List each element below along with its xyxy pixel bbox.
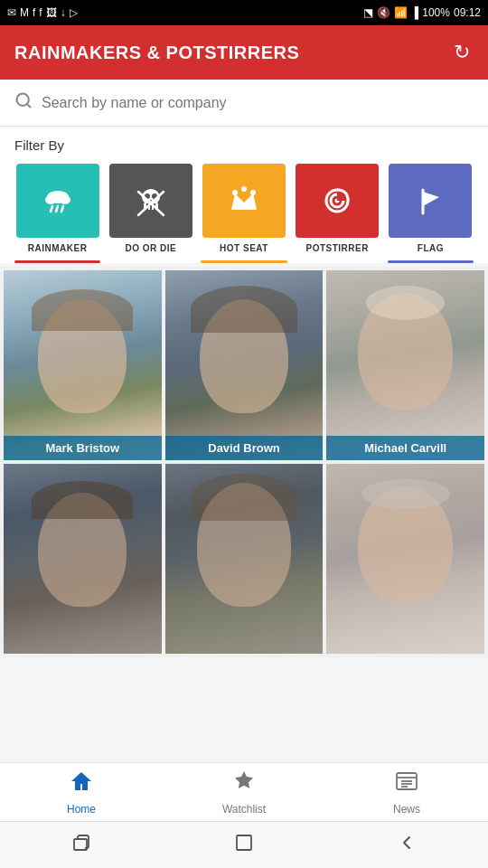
- app-title: RAINMAKERS & POTSTIRRERS: [14, 42, 299, 63]
- hot-seat-underline: [201, 260, 286, 263]
- app-header: RAINMAKERS & POTSTIRRERS ↻: [0, 25, 488, 80]
- person-card-p4[interactable]: [4, 464, 162, 654]
- person-name-michael: Michael Carvill: [326, 436, 484, 460]
- wifi-icon: 📶: [394, 6, 408, 19]
- svg-point-23: [250, 190, 256, 195]
- potstirrer-underline: [295, 260, 380, 263]
- filter-btn-rainmaker[interactable]: RAINMAKER: [14, 164, 100, 253]
- android-home-button[interactable]: [215, 825, 273, 866]
- download-icon: ↓: [61, 6, 66, 19]
- battery-label: 100%: [422, 6, 450, 19]
- email-icon: ✉: [7, 6, 16, 19]
- nav-news[interactable]: News: [325, 761, 488, 823]
- person-photo-david: [165, 270, 324, 460]
- filter-active-bars: [14, 260, 474, 263]
- svg-point-22: [241, 186, 247, 192]
- facebook-icon: f: [33, 6, 35, 19]
- search-icon: [14, 91, 33, 114]
- gmail-icon: M: [20, 6, 29, 19]
- do-or-die-label: DO OR DIE: [125, 243, 176, 253]
- filter-btn-do-or-die[interactable]: DO OR DIE: [108, 164, 193, 253]
- svg-point-21: [232, 190, 238, 195]
- news-label: News: [393, 803, 420, 816]
- person-card-p6[interactable]: [326, 464, 484, 654]
- person-photo-p4: [4, 464, 162, 654]
- filter-btn-hot-seat[interactable]: HOT SEAT: [201, 164, 286, 253]
- hot-seat-icon-box: [202, 164, 286, 238]
- home-label: Home: [67, 803, 96, 816]
- time-label: 09:12: [454, 6, 481, 19]
- person-photo-mark: [4, 270, 162, 460]
- watchlist-label: Watchlist: [222, 803, 266, 816]
- person-card-david-brown[interactable]: David Brown: [165, 270, 324, 460]
- filter-btn-potstirrer[interactable]: POTSTIRRER: [295, 164, 380, 253]
- home-icon: [69, 769, 94, 800]
- do-or-die-underline: [108, 260, 193, 263]
- people-grid: Mark Bristow David Brown Michael Carvill: [0, 267, 488, 657]
- android-nav-bar: [0, 821, 488, 868]
- status-bar: ✉ M f f 🖼 ↓ ▷ ⬔ 🔇 📶 ▐ 100% 09:12: [0, 0, 488, 25]
- filter-btn-flag[interactable]: FLAG: [388, 164, 474, 253]
- android-recent-button[interactable]: [52, 825, 110, 866]
- svg-rect-37: [74, 839, 87, 850]
- search-input[interactable]: [42, 95, 474, 111]
- nav-home[interactable]: Home: [0, 761, 163, 823]
- signal-icon: ▐: [411, 6, 419, 19]
- filter-label: Filter By: [14, 137, 474, 153]
- nav-watchlist[interactable]: Watchlist: [163, 761, 325, 823]
- status-bar-right: ⬔ 🔇 📶 ▐ 100% 09:12: [363, 6, 481, 19]
- photo-icon: 🖼: [46, 6, 57, 19]
- person-photo-michael: [326, 270, 484, 460]
- status-bar-left: ✉ M f f 🖼 ↓ ▷: [7, 6, 78, 19]
- rainmaker-underline: [14, 260, 100, 263]
- game-icon: ▷: [70, 6, 78, 19]
- rainmaker-icon-box: [16, 164, 99, 238]
- do-or-die-icon-box: [109, 164, 192, 238]
- svg-line-1: [27, 104, 31, 108]
- watchlist-icon: [231, 769, 257, 800]
- svg-rect-38: [237, 835, 251, 850]
- person-photo-p6: [326, 464, 484, 654]
- hot-seat-label: HOT SEAT: [220, 243, 268, 253]
- flag-underline: [388, 260, 474, 263]
- person-card-michael-carvill[interactable]: Michael Carvill: [326, 270, 484, 460]
- flag-label: FLAG: [418, 243, 444, 253]
- refresh-button[interactable]: ↻: [450, 37, 474, 68]
- svg-point-5: [60, 195, 70, 204]
- svg-point-4: [45, 195, 56, 204]
- person-card-mark-bristow[interactable]: Mark Bristow: [4, 270, 162, 460]
- person-name-david: David Brown: [165, 436, 324, 460]
- filter-section: Filter By RAINMAKER: [0, 127, 488, 263]
- news-icon: [394, 769, 419, 800]
- bluetooth-icon: ⬔: [363, 6, 373, 19]
- person-card-p5[interactable]: [165, 464, 324, 654]
- potstirrer-icon-box: [296, 164, 379, 238]
- facebook2-icon: f: [39, 6, 42, 19]
- rainmaker-label: RAINMAKER: [28, 243, 88, 253]
- bottom-nav: Home Watchlist News: [0, 762, 488, 821]
- potstirrer-label: POTSTIRRER: [305, 243, 368, 253]
- person-photo-p5: [165, 464, 324, 654]
- android-back-button[interactable]: [378, 825, 436, 866]
- filter-buttons: RAINMAKER: [14, 164, 474, 253]
- search-bar: [0, 80, 488, 127]
- flag-icon-box: [389, 164, 472, 238]
- person-name-mark: Mark Bristow: [4, 436, 162, 460]
- volume-icon: 🔇: [377, 6, 390, 19]
